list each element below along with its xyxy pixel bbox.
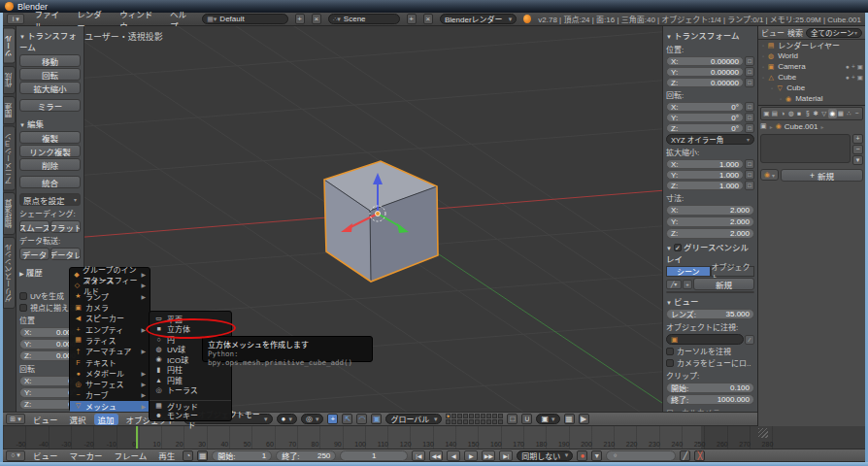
layer-cell[interactable]: [463, 419, 468, 424]
render-anim-icon[interactable]: ▶: [579, 414, 589, 424]
add-menu-item[interactable]: ▦ ラティス ▶: [70, 335, 150, 346]
frame-options-icon[interactable]: ▦: [197, 450, 208, 461]
edit-panel-header[interactable]: ▼編集: [19, 116, 81, 130]
eye-icon[interactable]: ●: [846, 63, 850, 71]
orientation-selector[interactable]: グローバル▾: [385, 414, 442, 424]
frame-start-field[interactable]: 開始:1: [212, 450, 272, 461]
disclosure-icon[interactable]: ◦: [762, 43, 764, 49]
lock-cursor-checkbox[interactable]: カーソルを注視: [666, 346, 754, 356]
material-icon[interactable]: ◉: [828, 109, 837, 118]
translate-manipulator-icon[interactable]: ⇱: [342, 414, 352, 424]
dimension-field[interactable]: Y:2.000: [666, 216, 754, 227]
texture-icon[interactable]: ▦: [837, 109, 846, 118]
add-menu-item[interactable]: ◎ サーフェス ▶: [70, 379, 150, 389]
delete-keyframe-icon[interactable]: ╳: [694, 450, 705, 461]
outliner-row[interactable]: ◦ ◉ Material ●+▣: [758, 93, 865, 104]
add-slot-button[interactable]: +: [852, 134, 863, 144]
lock-icon[interactable]: □: [507, 414, 517, 424]
add-layout-button[interactable]: +: [295, 14, 305, 24]
scale-field[interactable]: Z:1.000: [666, 181, 744, 190]
outliner-row[interactable]: ◦ ▣ Camera ●+▣: [758, 61, 865, 72]
lock-camera-checkbox[interactable]: カメラをビューにロ..: [666, 357, 754, 368]
particles-icon[interactable]: ∴: [845, 109, 853, 118]
transform-tool-button[interactable]: 回転: [19, 68, 81, 81]
current-frame-playhead[interactable]: [136, 426, 138, 449]
layer-cell[interactable]: [457, 419, 462, 424]
lock-icon[interactable]: □: [745, 181, 754, 190]
outliner-menu-item[interactable]: 検索: [787, 27, 803, 38]
view-panel-header[interactable]: ▼ビュー: [666, 294, 754, 308]
edit-tool-button[interactable]: 複製: [19, 131, 81, 144]
timeline-editor-icon[interactable]: ○ ▾: [6, 450, 25, 461]
disclosure-icon[interactable]: ◦: [762, 53, 764, 59]
scale-field[interactable]: X:1.000: [666, 159, 744, 169]
add-menu-item[interactable]: + エンプティ ▶: [70, 323, 150, 334]
rotation-field[interactable]: Y:0°: [666, 113, 744, 122]
layer-cell[interactable]: [469, 419, 474, 424]
new-material-button[interactable]: +新規: [781, 169, 863, 182]
keying-options-icon[interactable]: ▾: [591, 450, 602, 461]
jump-start-icon[interactable]: |◀: [412, 450, 425, 461]
modifiers-icon[interactable]: ✱: [812, 109, 820, 118]
grease-pencil-new-button[interactable]: 新規: [693, 278, 754, 290]
disclosure-icon[interactable]: ◦: [762, 75, 764, 81]
eyedropper-icon[interactable]: ∕: [745, 335, 754, 345]
viewport-menu-item[interactable]: 追加: [94, 414, 118, 425]
add-menu-item[interactable]: ▣ カメラ ▶: [70, 302, 150, 313]
add-menu-item[interactable]: ~ カーブ ▶: [70, 389, 150, 400]
remove-slot-button[interactable]: −: [852, 145, 863, 154]
timeline-menu-item[interactable]: フレーム: [111, 449, 151, 461]
data-transfer-button[interactable]: データレ: [50, 248, 81, 260]
layer-cell[interactable]: [463, 414, 468, 418]
prev-keyframe-icon[interactable]: ◀◀: [429, 450, 443, 461]
render-engine-selector[interactable]: Blenderレンダー ▾: [440, 14, 517, 24]
keying-set-field[interactable]: ⚬: [606, 450, 676, 461]
snap-element-selector[interactable]: ▣▾: [536, 414, 559, 424]
mesh-submenu-item[interactable]: ▲ 円錐: [150, 375, 231, 385]
toolshelf-tab[interactable]: ツール: [3, 28, 16, 64]
transform-panel-header[interactable]: ▼トランスフォーム: [19, 28, 81, 53]
dimension-field[interactable]: Z:2.000: [666, 228, 754, 239]
lock-icon[interactable]: □: [745, 159, 754, 169]
jump-end-icon[interactable]: ▶|: [499, 450, 513, 461]
toolshelf-tab[interactable]: グリースペンシル: [3, 237, 16, 309]
slot-specials-icon[interactable]: ▾: [852, 155, 863, 165]
toolshelf-tab[interactable]: 関連: [3, 96, 16, 124]
play-reverse-icon[interactable]: ◀: [447, 450, 460, 461]
layer-cell[interactable]: [469, 414, 474, 418]
outliner-row[interactable]: ◦ △ Cube ●+▣: [758, 72, 865, 83]
outliner-menu-item[interactable]: ビュー: [761, 27, 785, 38]
viewport-menu-item[interactable]: ビュー: [29, 414, 62, 425]
material-slots-box[interactable]: [760, 134, 851, 163]
layer-cell[interactable]: [486, 419, 491, 424]
frame-end-field[interactable]: 終了:250: [276, 450, 336, 461]
scale-manipulator-icon[interactable]: ▣: [371, 414, 382, 424]
add-menu-item[interactable]: ◀ スピーカー ▶: [70, 313, 150, 323]
shading-button[interactable]: フラット: [50, 220, 81, 233]
mesh-submenu-item[interactable]: ▦ グリッド: [150, 400, 231, 411]
outliner-row[interactable]: ◦ ▽ Cube ●+▣: [758, 83, 865, 93]
layer-cell[interactable]: [498, 414, 503, 418]
edit-tool-button[interactable]: リンク複製: [19, 145, 81, 157]
set-origin-dropdown[interactable]: 原点を設定▾: [19, 193, 81, 206]
transform-panel-header[interactable]: ▼トランスフォーム: [666, 28, 754, 42]
manipulator-toggle[interactable]: +: [327, 414, 338, 424]
layer-cell[interactable]: [498, 419, 503, 424]
object-icon[interactable]: ■: [795, 109, 804, 118]
layer-cell[interactable]: [481, 414, 485, 418]
breadcrumb-object-name[interactable]: Cube.001: [785, 122, 818, 131]
timeline-menu-item[interactable]: マーカー: [66, 449, 107, 461]
add-menu-item[interactable]: ◇ フォースフィールド ▶: [70, 280, 150, 290]
rotation-field[interactable]: Z:0°: [666, 123, 744, 133]
selectable-icon[interactable]: +: [851, 74, 855, 82]
selectable-icon[interactable]: +: [851, 63, 855, 71]
toolshelf-tab[interactable]: 物理演算: [3, 192, 16, 235]
add-menu-item[interactable]: F テキスト ▶: [70, 356, 150, 367]
disclosure-icon[interactable]: ◦: [762, 64, 764, 70]
layer-cell[interactable]: [446, 414, 451, 418]
mirror-button[interactable]: ミラー: [19, 99, 81, 112]
data-transfer-button[interactable]: データ: [19, 248, 50, 260]
layer-cell[interactable]: [446, 419, 451, 424]
grease-pencil-source-toggle[interactable]: オブジェクト: [711, 266, 755, 277]
layer-cell[interactable]: [475, 414, 480, 418]
